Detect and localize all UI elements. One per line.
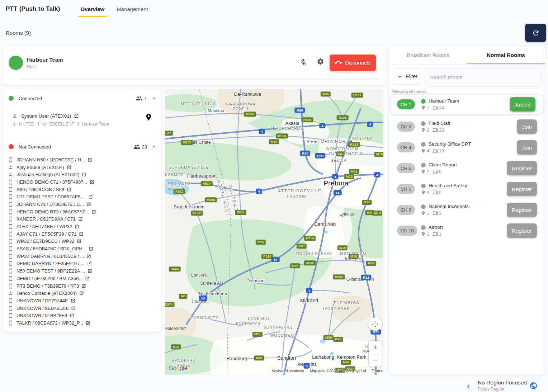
device-row[interactable]: DEMO DARRYN / 2F35E919 / ... [6,260,158,268]
external-link-icon[interactable] [67,187,71,192]
smartphone-icon [7,298,14,303]
device-row[interactable]: ASAS / 6ADB475C / SDK_GPH... [6,245,158,252]
device-row[interactable]: S69 / 169DCA4B / S69 [6,186,158,193]
channel-badge: CH 6 [397,184,415,194]
map-canvas[interactable]: Ga-RankuwaMOTHUTLUNG-AGA-RANKUWA ZONE 1M… [165,89,383,375]
device-row[interactable]: DEMO / 5F735200 / SM-A356... [6,275,158,282]
join-button[interactable]: Join [517,140,537,155]
device-row[interactable]: Henco Conradie (ATEX1004) [6,289,158,297]
external-link-icon[interactable] [71,306,76,311]
external-link-icon[interactable] [88,194,93,199]
device-row[interactable]: AJAY C71 / EF5C5F39 / C71 [6,230,158,238]
rooms-count-label: Rooms (9) [6,30,31,36]
connected-user-row[interactable]: System User (ATEX01) [12,113,79,119]
terms-link[interactable]: Terms [372,369,382,373]
chevron-up-icon[interactable] [151,144,157,150]
device-row[interactable]: JOHANN C71 / D73C0E7E / C... [6,200,158,208]
room-row[interactable]: CH 6Health and Safety80Register [389,179,545,199]
joined-button[interactable]: Joined [510,97,535,112]
external-link-icon[interactable] [79,291,84,296]
smartphone-icon [7,246,14,251]
mic-off-icon[interactable] [300,58,307,66]
external-link-icon[interactable] [86,202,91,207]
device-row[interactable]: WP32 DARRYN / 6C1455C9 / ... [6,252,158,260]
not-connected-section-header[interactable]: Not Connected 23 [9,143,157,151]
external-link-icon[interactable] [81,284,86,288]
device-row[interactable]: UNKNOWN / 9ED46DC6 [6,304,158,312]
refresh-button[interactable] [525,24,546,42]
join-button[interactable]: Join [517,119,537,134]
zoom-out-button[interactable]: − [369,354,382,367]
external-link-icon[interactable] [79,232,84,236]
tab-broadcast-rooms[interactable]: Broadcast Rooms [389,46,467,64]
external-link-icon[interactable] [67,165,71,170]
status-signal: EXCELLENT [49,122,74,127]
device-row[interactable]: Ajay Fourie (ATEX004) [6,164,158,171]
device-row[interactable]: N50 DEMO TEST / 9DF2E22A ... [6,267,158,275]
device-row[interactable]: C71 DEMO TEST / CD652AE5 ... [6,193,158,200]
device-row[interactable]: RT3 DEMO / F3B39E79 / RT3 [6,282,158,290]
devices-icon [433,148,438,154]
external-link-icon[interactable] [82,172,86,177]
register-button[interactable]: Register [507,203,537,217]
device-label: UNKNOWN / DE79A44E [16,298,68,303]
tab-normal-rooms[interactable]: Normal Rooms [467,46,545,64]
external-link-icon[interactable] [70,313,74,318]
external-link-icon[interactable] [75,224,79,229]
keyboard-shortcuts-link[interactable]: Keyboard shortcuts [271,369,304,373]
location-pin-icon[interactable] [145,113,153,121]
devices-icon [433,190,438,195]
tab-overview[interactable]: Overview [79,1,107,17]
room-row[interactable]: CH 10Airport11Register [389,221,545,240]
tab-management[interactable]: Management [114,1,150,17]
room-meta: 13 [421,211,441,216]
external-link-icon[interactable] [71,298,75,303]
disconnect-button[interactable]: Disconnect [330,55,376,71]
filter-button[interactable]: Filter [392,68,422,85]
external-link-icon[interactable] [89,246,93,251]
globe-icon[interactable] [529,382,538,390]
external-link-icon[interactable] [88,157,92,162]
external-link-icon[interactable] [88,269,92,273]
title-divider [69,4,69,14]
device-row[interactable]: Joshuan Hattingh (ATEX1002) [6,171,158,178]
room-row[interactable]: CH 4Security Office CPT418Join [389,138,545,157]
device-row[interactable]: UNKNOWN / DE79A44E [6,297,158,304]
device-row[interactable]: WP32 / EE7D9CEC / WP32 [6,238,158,245]
device-label: Joshuan Hattingh (ATEX1002) [16,172,79,177]
device-row[interactable]: JOHANN N50 / 1ED6CC9C / N... [6,156,158,164]
chevron-left-icon[interactable] [464,382,472,390]
register-button[interactable]: Register [507,161,537,175]
room-row[interactable]: CH 9National Incedents13Register [389,200,545,219]
map-pan-control[interactable] [368,317,382,331]
gear-icon[interactable] [317,58,324,65]
device-row[interactable]: XANDER / C61FD9AA / C71 [6,216,158,223]
smartphone-icon [7,283,14,289]
room-row[interactable]: CH 1Harbour Team124Joined [391,95,543,114]
register-button[interactable]: Register [507,182,537,196]
search-rooms-input[interactable] [424,69,542,86]
room-row[interactable]: CH 5Client Report20Register [389,159,545,178]
device-row[interactable]: HENCO DEMO RT3 / 86AC57A7... [6,208,158,216]
device-row[interactable]: UNKNOWN / 91BB28F9 [6,312,158,319]
external-link-icon[interactable] [74,113,79,118]
device-row[interactable]: TALKR / 08CBA872 / WP32_P... [6,319,158,327]
chevron-up-icon[interactable] [151,95,157,101]
location-pin-icon [421,232,426,236]
external-link-icon[interactable] [91,209,96,214]
external-link-icon[interactable] [85,276,90,281]
map-attribution: Keyboard shortcuts Map data ©2025 AfriGI… [271,369,382,373]
zoom-in-button[interactable]: + [369,341,382,354]
register-button[interactable]: Register [507,223,537,238]
device-row[interactable]: HENCO DEMO C71 / 875F4907... [6,178,158,186]
room-row[interactable]: CH 2Field Staff828Join [389,117,545,136]
external-link-icon[interactable] [87,261,92,266]
external-link-icon[interactable] [78,217,83,221]
external-link-icon[interactable] [77,239,81,244]
external-link-icon[interactable] [86,254,91,259]
connected-section-header[interactable]: Connected 1 [9,94,157,102]
external-link-icon[interactable] [86,321,90,325]
connected-user-status: MUTED I EXCELLENT I Harbour Team [12,122,109,127]
external-link-icon[interactable] [90,180,94,184]
device-row[interactable]: ATEX / AED74BE7 / WP32 [6,223,158,230]
